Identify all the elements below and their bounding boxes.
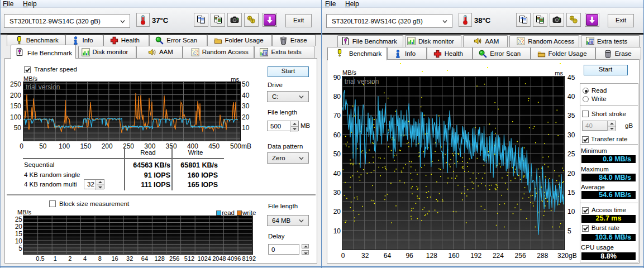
svg-text:trial version: trial version (26, 83, 60, 91)
svg-text:trial version: trial version (345, 78, 379, 85)
